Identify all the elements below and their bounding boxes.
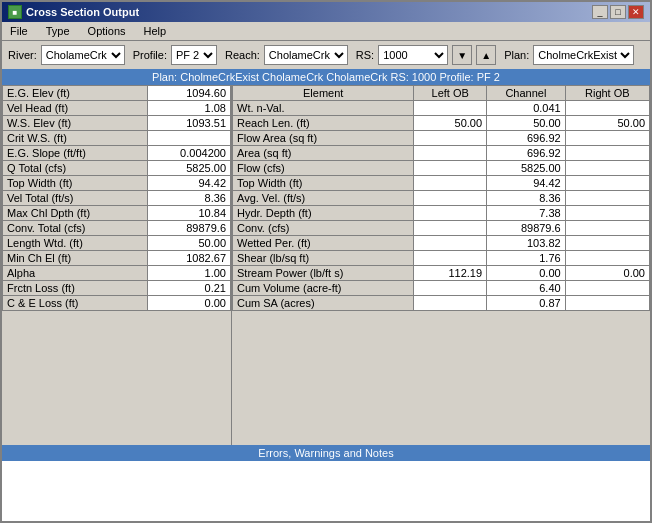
right-row-element: Flow (cfs) <box>233 161 414 176</box>
right-row-value <box>414 221 487 236</box>
right-row-element: Wt. n-Val. <box>233 101 414 116</box>
right-row-value: 696.92 <box>487 131 566 146</box>
river-select[interactable]: CholameCrk <box>41 45 125 65</box>
right-row-value <box>565 191 649 206</box>
left-row-value: 5825.00 <box>148 161 231 176</box>
right-row-element: Conv. (cfs) <box>233 221 414 236</box>
plan-select[interactable]: CholmeCrkExist <box>533 45 634 65</box>
col-right-ob: Right OB <box>565 86 649 101</box>
right-row-value <box>414 131 487 146</box>
left-row-label: Crit W.S. (ft) <box>3 131 148 146</box>
errors-bar: Errors, Warnings and Notes <box>2 445 650 461</box>
right-table-row: Top Width (ft)94.42 <box>233 176 650 191</box>
right-row-value: 0.87 <box>487 296 566 311</box>
right-row-element: Cum SA (acres) <box>233 296 414 311</box>
right-table-row: Cum Volume (acre-ft)6.40 <box>233 281 650 296</box>
left-table-row: Max Chl Dpth (ft)10.84 <box>3 206 231 221</box>
right-table-row: Flow (cfs)5825.00 <box>233 161 650 176</box>
rs-select[interactable]: 1000 <box>378 45 448 65</box>
main-window: ■ Cross Section Output _ □ ✕ File Type O… <box>0 0 652 523</box>
right-row-value: 0.00 <box>565 266 649 281</box>
close-button[interactable]: ✕ <box>628 5 644 19</box>
right-row-value: 50.00 <box>487 116 566 131</box>
right-row-element: Top Width (ft) <box>233 176 414 191</box>
left-row-label: Vel Total (ft/s) <box>3 191 148 206</box>
right-row-value: 5825.00 <box>487 161 566 176</box>
right-row-value: 50.00 <box>565 116 649 131</box>
right-row-element: Cum Volume (acre-ft) <box>233 281 414 296</box>
left-table-row: C & E Loss (ft)0.00 <box>3 296 231 311</box>
bottom-section: Errors, Warnings and Notes <box>2 445 650 521</box>
right-table-row: Cum SA (acres)0.87 <box>233 296 650 311</box>
left-row-value: 8.36 <box>148 191 231 206</box>
left-table: E.G. Elev (ft)1094.60Vel Head (ft)1.08W.… <box>2 85 231 311</box>
window-title: Cross Section Output <box>26 6 139 18</box>
left-row-value: 0.00 <box>148 296 231 311</box>
left-row-label: Conv. Total (cfs) <box>3 221 148 236</box>
right-row-element: Wetted Per. (ft) <box>233 236 414 251</box>
left-row-label: Length Wtd. (ft) <box>3 236 148 251</box>
right-row-value <box>565 221 649 236</box>
rs-up-button[interactable]: ▲ <box>476 45 496 65</box>
right-row-value <box>414 176 487 191</box>
left-row-label: Max Chl Dpth (ft) <box>3 206 148 221</box>
right-row-element: Hydr. Depth (ft) <box>233 206 414 221</box>
right-row-value <box>565 281 649 296</box>
right-row-value <box>565 161 649 176</box>
right-row-value: 1.76 <box>487 251 566 266</box>
right-row-value <box>414 161 487 176</box>
right-row-value <box>414 146 487 161</box>
rs-down-button[interactable]: ▼ <box>452 45 472 65</box>
main-content: E.G. Elev (ft)1094.60Vel Head (ft)1.08W.… <box>2 85 650 445</box>
minimize-button[interactable]: _ <box>592 5 608 19</box>
left-row-label: Q Total (cfs) <box>3 161 148 176</box>
left-row-value <box>148 131 231 146</box>
left-row-value: 1082.67 <box>148 251 231 266</box>
right-table: Element Left OB Channel Right OB Wt. n-V… <box>232 85 650 311</box>
maximize-button[interactable]: □ <box>610 5 626 19</box>
left-row-value: 0.21 <box>148 281 231 296</box>
right-table-row: Shear (lb/sq ft)1.76 <box>233 251 650 266</box>
col-channel: Channel <box>487 86 566 101</box>
window-icon: ■ <box>8 5 22 19</box>
left-panel: E.G. Elev (ft)1094.60Vel Head (ft)1.08W.… <box>2 85 232 445</box>
errors-area <box>2 461 650 521</box>
right-row-value <box>565 146 649 161</box>
menu-options[interactable]: Options <box>84 24 130 38</box>
menu-help[interactable]: Help <box>140 24 171 38</box>
left-table-row: Crit W.S. (ft) <box>3 131 231 146</box>
left-table-row: E.G. Slope (ft/ft)0.004200 <box>3 146 231 161</box>
profile-select[interactable]: PF 2 <box>171 45 217 65</box>
right-row-value <box>565 206 649 221</box>
river-label: River: <box>8 49 37 61</box>
right-row-value <box>565 131 649 146</box>
left-row-label: E.G. Slope (ft/ft) <box>3 146 148 161</box>
right-row-element: Area (sq ft) <box>233 146 414 161</box>
right-table-row: Flow Area (sq ft)696.92 <box>233 131 650 146</box>
right-panel: Element Left OB Channel Right OB Wt. n-V… <box>232 85 650 445</box>
right-row-value: 89879.6 <box>487 221 566 236</box>
col-left-ob: Left OB <box>414 86 487 101</box>
right-row-value: 0.00 <box>487 266 566 281</box>
right-row-value: 0.041 <box>487 101 566 116</box>
right-row-element: Flow Area (sq ft) <box>233 131 414 146</box>
right-row-value: 94.42 <box>487 176 566 191</box>
left-table-row: Alpha1.00 <box>3 266 231 281</box>
reach-select[interactable]: CholameCrk <box>264 45 348 65</box>
right-table-row: Area (sq ft)696.92 <box>233 146 650 161</box>
left-row-value: 10.84 <box>148 206 231 221</box>
menu-type[interactable]: Type <box>42 24 74 38</box>
right-row-value <box>414 251 487 266</box>
left-table-row: Frctn Loss (ft)0.21 <box>3 281 231 296</box>
right-table-row: Avg. Vel. (ft/s)8.36 <box>233 191 650 206</box>
left-table-row: E.G. Elev (ft)1094.60 <box>3 86 231 101</box>
rs-label: RS: <box>356 49 374 61</box>
left-table-row: Length Wtd. (ft)50.00 <box>3 236 231 251</box>
left-row-value: 94.42 <box>148 176 231 191</box>
right-row-value <box>414 236 487 251</box>
left-table-row: Q Total (cfs)5825.00 <box>3 161 231 176</box>
right-row-value: 696.92 <box>487 146 566 161</box>
left-row-value: 1094.60 <box>148 86 231 101</box>
menu-file[interactable]: File <box>6 24 32 38</box>
right-row-value <box>565 296 649 311</box>
